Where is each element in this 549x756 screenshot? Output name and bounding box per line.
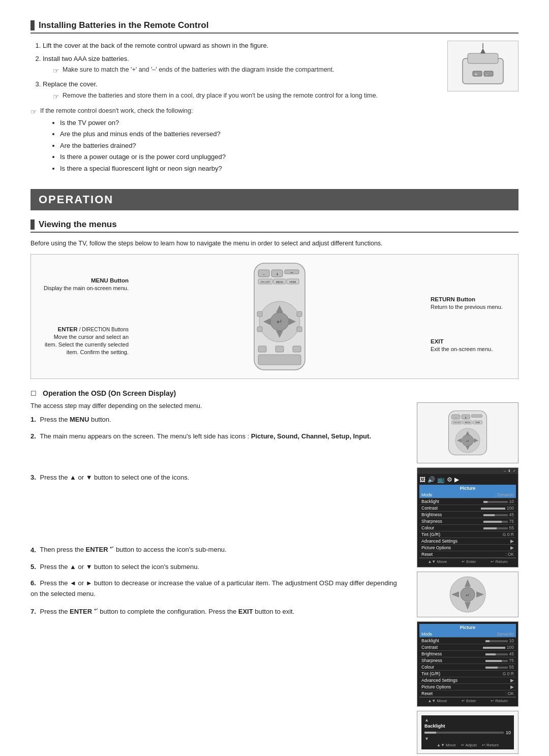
tv-menu-row-backlight: Backlight 10 — [419, 498, 516, 505]
remote-diagram-inner: MENU Button Display the main on-screen m… — [37, 261, 512, 372]
battery-title-text: Installing Batteries in the Remote Contr… — [39, 20, 208, 30]
tv-menu-2-row-tint: Tint (G/R)G 0 R — [419, 671, 516, 677]
svg-text:↵: ↵ — [466, 439, 470, 444]
tv-menu-2-row-sharpness: Sharpness 75 — [419, 657, 516, 664]
svg-text:MENU: MENU — [465, 422, 470, 424]
tv-menu-row-sharpness: Sharpness 75 — [419, 518, 516, 525]
tv-menu-2-row-contrast: Contrast 100 — [419, 644, 516, 651]
svg-text:+: + — [475, 72, 477, 77]
tv-menu-1-title: Picture — [419, 485, 516, 492]
svg-rect-40 — [472, 415, 482, 417]
screenshot-remote-mini: – ⬇ CH LIST MENU HDMI — [417, 402, 518, 463]
return-button-label: RETURN Button Return to the previous men… — [431, 295, 512, 311]
menu-button-title: MENU Button — [44, 276, 129, 285]
svg-rect-31 — [258, 346, 266, 352]
menu-button-desc: Display the main on-screen menu. — [44, 285, 129, 292]
svg-text:–: – — [455, 416, 456, 419]
tv-menu-2-row-mode: ModeDynamic — [419, 631, 516, 638]
battery-steps-list: Lift the cover at the back of the remote… — [30, 41, 437, 102]
svg-text:CH LIST: CH LIST — [260, 280, 270, 284]
osd-step-2: 2. The main menu appears on the screen. … — [30, 431, 405, 442]
battery-check-note: ☞ If the remote control doesn't work, ch… — [30, 107, 437, 116]
check-item-5: Is there a special fluorescent light or … — [60, 164, 437, 174]
viewing-menus-heading: Viewing the menus — [30, 219, 518, 233]
svg-rect-27 — [257, 311, 262, 317]
enter-button-title: ENTER / DIRECTION Buttons — [45, 325, 129, 333]
backlight-arrow-down: ▼ — [424, 736, 511, 741]
tv-menu-icons-row: 🖼 🔊 📺 ⚙ ▶ — [419, 476, 516, 483]
battery-section: Installing Batteries in the Remote Contr… — [30, 20, 518, 175]
check-item-4: Is there a power outage or is the power … — [60, 152, 437, 162]
battery-checklist: Is the TV power on? Are the plus and min… — [46, 118, 437, 174]
remote-diagram-box: MENU Button Display the main on-screen m… — [30, 254, 518, 379]
tv-menu-1-bottom: ▲▼ Move ↵ Enter ↩ Return — [419, 558, 516, 565]
osd-step-3: 3. Press the ▲ or ▼ button to select one… — [30, 472, 405, 483]
tv-menu-2-row-backlight: Backlight 10 — [419, 638, 516, 644]
svg-text:HDMI: HDMI — [475, 422, 480, 424]
viewing-menus-title: Viewing the menus — [39, 219, 117, 230]
backlight-box: ▲ Backlight 10 ▼ ▲▼ Move ↵ Adjust — [417, 711, 518, 754]
note-icon-2: ☞ — [53, 66, 59, 76]
svg-text:↵: ↵ — [466, 592, 470, 598]
enter-desc-3: item. Confirm the setting. — [45, 349, 129, 356]
battery-note-3: ☞ Remove the batteries and store them in… — [53, 91, 437, 102]
return-button-desc: Return to the previous menu. — [431, 303, 512, 311]
battery-check-intro: If the remote control doesn't work, chec… — [40, 107, 193, 114]
check-item-3: Are the batteries drained? — [60, 141, 437, 151]
tv-menu-2-row-advanced: Advanced Settings▶ — [419, 677, 516, 684]
tv-menu-screenshot-2: Picture ModeDynamic Backlight 10 Contras… — [417, 621, 518, 707]
screenshot-1-top-bar: –⬇✓ — [417, 468, 518, 474]
backlight-slider-row: 10 — [424, 730, 511, 735]
dpad-svg: ↵ — [442, 574, 493, 615]
backlight-slider-fill — [424, 732, 436, 734]
operation-banner: OPERATION — [30, 189, 518, 210]
checkbox-icon: ☐ — [30, 390, 37, 397]
exit-title: EXIT — [431, 337, 512, 345]
svg-rect-33 — [293, 346, 301, 352]
battery-step-1: Lift the cover at the back of the remote… — [43, 41, 437, 51]
tv-menu-row-advanced: Advanced Settings▶ — [419, 538, 516, 545]
osd-step-6: 6. Press the ◄ or ► button to decrease o… — [30, 578, 405, 600]
battery-content: Lift the cover at the back of the remote… — [30, 41, 518, 175]
osd-section: ☐ Operation the OSD (On Screen Display) … — [30, 389, 518, 756]
backlight-inner: ▲ Backlight 10 ▼ ▲▼ Move ↵ Adjust — [421, 715, 514, 749]
osd-step-5: 5. Press the ▲ or ▼ button to select the… — [30, 562, 405, 573]
svg-text:↵: ↵ — [277, 318, 283, 326]
svg-rect-30 — [297, 327, 302, 332]
backlight-bottom-bar: ▲▼ Move ↵ Adjust ↩ Return — [424, 743, 511, 747]
battery-step-3: Replace the cover. ☞ Remove the batterie… — [43, 79, 437, 102]
battery-note-3-text: Remove the batteries and store them in a… — [63, 91, 378, 101]
tv-menu-2-row-picture-options: Picture Options▶ — [419, 684, 516, 690]
remote-control-svg: – ⬇ ▪▪▪ CH LIST MENU HDMI — [239, 261, 320, 372]
viewing-menus-section: Viewing the menus Before using the TV, f… — [30, 219, 518, 756]
operation-banner-text: OPERATION — [39, 193, 113, 206]
tv-menu-row-reset: Reset: OK — [419, 551, 516, 558]
battery-note-2-text: Make sure to match the '+' and '–' ends … — [63, 65, 334, 75]
enter-desc-1: Move the cursor and select an — [45, 333, 129, 341]
remote-image-center: – ⬇ ▪▪▪ CH LIST MENU HDMI — [134, 261, 425, 372]
osd-intro: The access step may differ depending on … — [30, 402, 405, 410]
osd-section-title: Operation the OSD (On Screen Display) — [43, 389, 176, 397]
enter-button-label: ENTER / DIRECTION Buttons Move the curso… — [45, 325, 129, 357]
tv-menu-1: 🖼 🔊 📺 ⚙ ▶ Picture Mode: Dynamic Backligh… — [417, 474, 518, 567]
mini-remote-svg: – ⬇ CH LIST MENU HDMI — [437, 407, 498, 458]
battery-section-heading: Installing Batteries in the Remote Contr… — [30, 20, 518, 34]
osd-step-4: 4. Then press the ENTER ↵ button to acce… — [30, 544, 405, 555]
exit-label: EXIT Exit the on-screen menu. — [431, 337, 512, 353]
svg-rect-1 — [468, 53, 498, 64]
note-icon-3: ☞ — [53, 91, 59, 102]
battery-image: + - — [447, 41, 518, 91]
tv-menu-row-tint: Tint (G/R)G 0 R — [419, 531, 516, 538]
return-button-title: RETURN Button — [431, 295, 512, 303]
battery-note-2: ☞ Make sure to match the '+' and '–' end… — [53, 65, 437, 76]
viewing-menus-intro: Before using the TV, follow the steps be… — [30, 240, 518, 247]
battery-instructions: Lift the cover at the back of the remote… — [30, 41, 437, 175]
tv-menu-row-picture-options: Picture Options▶ — [419, 545, 516, 551]
battery-step-2: Install two AAA size batteries. ☞ Make s… — [43, 54, 437, 77]
tv-menu-2-row-brightness: Brightness 45 — [419, 651, 516, 657]
svg-rect-32 — [276, 346, 284, 352]
battery-diagram-svg: + - — [452, 43, 513, 89]
svg-text:CH LIST: CH LIST — [453, 422, 461, 424]
osd-step-1: 1. Press the MENU button. — [30, 415, 405, 425]
backlight-slider-track — [424, 732, 504, 734]
